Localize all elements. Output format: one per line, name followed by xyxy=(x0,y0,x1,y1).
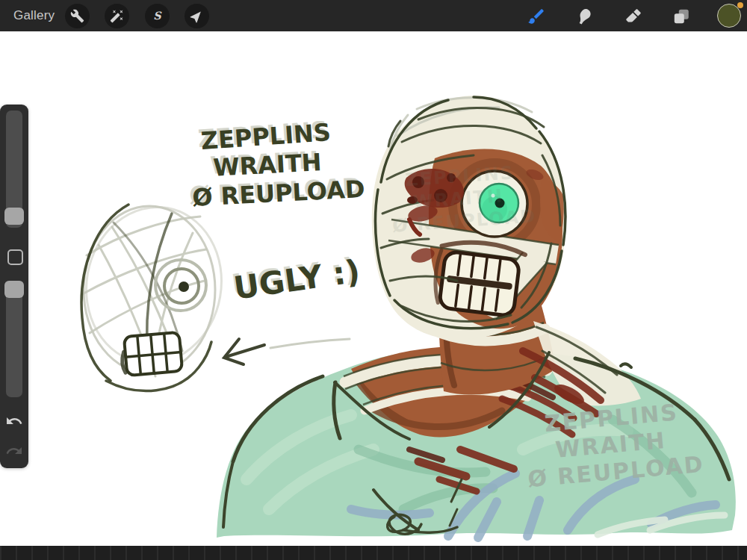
redo-icon xyxy=(5,442,23,460)
brush-opacity-slider-handle[interactable] xyxy=(4,281,24,298)
transform-arrow-icon xyxy=(190,9,204,23)
layers-button[interactable] xyxy=(671,6,691,26)
paint-tool-button[interactable] xyxy=(526,6,546,26)
modify-button[interactable] xyxy=(7,249,23,265)
sketch-teeth xyxy=(120,332,182,376)
brush-opacity-slider-track[interactable] xyxy=(6,282,22,397)
brush-size-slider-handle[interactable] xyxy=(4,208,24,225)
undo-icon xyxy=(5,412,23,430)
selection-s-icon: S xyxy=(150,9,164,23)
pointer-arrow xyxy=(224,339,264,364)
artwork-drawing: ZEPPLINS WRAITH Ø REUPLOAD ZEPPLINS WRAI… xyxy=(0,31,747,546)
gallery-button[interactable]: Gallery xyxy=(13,0,55,31)
svg-text:S: S xyxy=(153,10,162,22)
caption-annotation: UGLY :) UGLY :) xyxy=(229,250,362,306)
top-toolbar: Gallery S xyxy=(0,0,747,31)
redo-button[interactable] xyxy=(5,442,23,460)
smudge-tool-button[interactable] xyxy=(574,6,595,26)
brush-controls-sidebar xyxy=(0,105,28,468)
erase-tool-button[interactable] xyxy=(623,6,643,26)
selection-button[interactable]: S xyxy=(145,4,170,28)
layers-icon xyxy=(672,7,691,26)
magic-wand-icon xyxy=(110,9,124,23)
transform-button[interactable] xyxy=(185,4,209,28)
wrench-icon xyxy=(70,9,84,23)
smudge-icon xyxy=(575,7,595,26)
svg-text:WRAITH: WRAITH xyxy=(212,148,322,182)
brush-icon xyxy=(527,7,546,26)
title-annotation: ZEPPLINS WRAITH Ø REUPLOAD ZEPPLINS WRAI… xyxy=(188,116,365,212)
undo-button[interactable] xyxy=(5,412,23,430)
adjustments-button[interactable] xyxy=(105,4,129,28)
color-swatch-button[interactable] xyxy=(716,2,743,29)
svg-text:UGLY :): UGLY :) xyxy=(232,252,362,306)
eraser-icon xyxy=(624,7,643,26)
color-change-badge xyxy=(737,2,743,8)
canvas[interactable]: ZEPPLINS WRAITH Ø REUPLOAD ZEPPLINS WRAI… xyxy=(0,31,747,546)
bottom-bar xyxy=(0,546,747,560)
actions-button[interactable] xyxy=(65,4,90,28)
